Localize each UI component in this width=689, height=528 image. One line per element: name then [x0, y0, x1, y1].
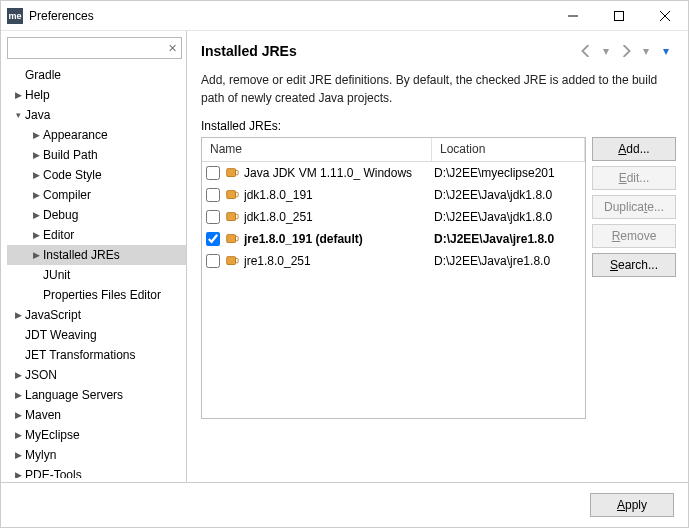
column-name[interactable]: Name	[202, 138, 432, 161]
expand-icon[interactable]: ▶	[29, 250, 43, 260]
apply-button[interactable]: Apply	[590, 493, 674, 517]
tree-item[interactable]: ▶MyEclipse	[7, 425, 186, 445]
expand-icon[interactable]: ▶	[29, 230, 43, 240]
tree-item[interactable]: ▶Appearance	[7, 125, 186, 145]
jre-checkbox[interactable]	[206, 210, 220, 224]
jre-location: D:\J2EE\myeclipse201	[434, 166, 585, 180]
jre-checkbox[interactable]	[206, 166, 220, 180]
tree-item[interactable]: Properties Files Editor	[7, 285, 186, 305]
tree-item-label: Compiler	[43, 188, 186, 202]
svg-rect-13	[236, 258, 239, 262]
tree-item[interactable]: ▶Help	[7, 85, 186, 105]
jre-name: jre1.8.0_251	[244, 254, 434, 268]
jre-location: D:\J2EE\Java\jdk1.8.0	[434, 210, 585, 224]
tree-item[interactable]: JET Transformations	[7, 345, 186, 365]
maximize-button[interactable]	[596, 1, 642, 31]
tree-item[interactable]: ▶JavaScript	[7, 305, 186, 325]
expand-icon[interactable]: ▶	[29, 170, 43, 180]
expand-icon[interactable]: ▶	[11, 310, 25, 320]
tree-item-label: Maven	[25, 408, 186, 422]
tree-item-label: Gradle	[25, 68, 186, 82]
svg-rect-10	[227, 235, 236, 243]
jre-checkbox[interactable]	[206, 188, 220, 202]
edit-button: Edit...	[592, 166, 676, 190]
expand-icon[interactable]: ▶	[29, 150, 43, 160]
tree-item-label: Help	[25, 88, 186, 102]
expand-icon[interactable]: ▶	[29, 130, 43, 140]
tree-item[interactable]: ▶Debug	[7, 205, 186, 225]
nav-back-menu-icon[interactable]: ▾	[596, 41, 616, 61]
tree-item-label: JavaScript	[25, 308, 186, 322]
svg-rect-11	[236, 236, 239, 240]
tree-item[interactable]: ▶Build Path	[7, 145, 186, 165]
table-row[interactable]: Java JDK VM 1.11.0_ WindowsD:\J2EE\myecl…	[202, 162, 585, 184]
content-pane: Installed JREs ▾ ▾ ▾ Add, remove or edit…	[187, 31, 688, 482]
nav-back-button[interactable]	[576, 41, 596, 61]
jre-table: Name Location Java JDK VM 1.11.0_ Window…	[201, 137, 586, 419]
svg-rect-6	[227, 191, 236, 199]
jre-location: D:\J2EE\Java\jre1.8.0	[434, 232, 585, 246]
tree-item[interactable]: ▶Code Style	[7, 165, 186, 185]
expand-icon[interactable]: ▶	[11, 430, 25, 440]
add-button[interactable]: Add...	[592, 137, 676, 161]
tree-item-label: JSON	[25, 368, 186, 382]
window-title: Preferences	[29, 9, 550, 23]
search-button[interactable]: Search...	[592, 253, 676, 277]
tree-item[interactable]: ▶Language Servers	[7, 385, 186, 405]
expand-icon[interactable]: ▶	[11, 390, 25, 400]
dialog-button-bar: Apply	[1, 483, 688, 527]
tree-item-label: JET Transformations	[25, 348, 186, 362]
tree-item[interactable]: ▶PDE-Tools	[7, 465, 186, 478]
jre-location: D:\J2EE\Java\jdk1.8.0	[434, 188, 585, 202]
title-bar: me Preferences	[1, 1, 688, 31]
expand-icon[interactable]: ▶	[29, 190, 43, 200]
expand-icon[interactable]: ▶	[11, 370, 25, 380]
nav-forward-menu-icon[interactable]: ▾	[636, 41, 656, 61]
filter-box: ✕	[7, 37, 182, 59]
tree-item-label: PDE-Tools	[25, 468, 186, 478]
table-row[interactable]: jdk1.8.0_191D:\J2EE\Java\jdk1.8.0	[202, 184, 585, 206]
svg-rect-7	[236, 192, 239, 196]
table-header: Name Location	[202, 138, 585, 162]
clear-filter-icon[interactable]: ✕	[163, 38, 181, 58]
tree-item[interactable]: Gradle	[7, 65, 186, 85]
tree-item-label: Editor	[43, 228, 186, 242]
table-row[interactable]: jre1.8.0_251D:\J2EE\Java\jre1.8.0	[202, 250, 585, 272]
jre-checkbox[interactable]	[206, 254, 220, 268]
tree-item-label: Installed JREs	[43, 248, 186, 262]
table-action-buttons: Add... Edit... Duplicate... Remove Searc…	[592, 137, 676, 419]
tree-item[interactable]: JDT Weaving	[7, 325, 186, 345]
column-location[interactable]: Location	[432, 138, 585, 161]
tree-item[interactable]: ▶Editor	[7, 225, 186, 245]
tree-item[interactable]: ▾Java	[7, 105, 186, 125]
tree-item[interactable]: ▶Maven	[7, 405, 186, 425]
close-button[interactable]	[642, 1, 688, 31]
tree-item[interactable]: ▶Mylyn	[7, 445, 186, 465]
view-menu-icon[interactable]: ▾	[656, 41, 676, 61]
expand-icon[interactable]: ▶	[11, 450, 25, 460]
table-row[interactable]: jdk1.8.0_251D:\J2EE\Java\jdk1.8.0	[202, 206, 585, 228]
tree-item[interactable]: ▶Compiler	[7, 185, 186, 205]
expand-icon[interactable]: ▾	[11, 110, 25, 120]
tree-item-label: Properties Files Editor	[43, 288, 186, 302]
jre-icon	[224, 187, 240, 203]
expand-icon[interactable]: ▶	[11, 90, 25, 100]
filter-input[interactable]	[8, 38, 163, 58]
table-row[interactable]: jre1.8.0_191 (default)D:\J2EE\Java\jre1.…	[202, 228, 585, 250]
app-icon: me	[7, 8, 23, 24]
tree-item[interactable]: JUnit	[7, 265, 186, 285]
svg-rect-5	[236, 170, 239, 174]
jre-name: jdk1.8.0_251	[244, 210, 434, 224]
minimize-button[interactable]	[550, 1, 596, 31]
tree-item-label: Code Style	[43, 168, 186, 182]
nav-forward-button[interactable]	[616, 41, 636, 61]
expand-icon[interactable]: ▶	[29, 210, 43, 220]
jre-checkbox[interactable]	[206, 232, 220, 246]
jre-location: D:\J2EE\Java\jre1.8.0	[434, 254, 585, 268]
tree-item[interactable]: ▶JSON	[7, 365, 186, 385]
expand-icon[interactable]: ▶	[11, 410, 25, 420]
sidebar: ✕ Gradle▶Help▾Java▶Appearance▶Build Path…	[1, 31, 187, 482]
preferences-tree[interactable]: Gradle▶Help▾Java▶Appearance▶Build Path▶C…	[5, 65, 186, 478]
expand-icon[interactable]: ▶	[11, 470, 25, 478]
tree-item[interactable]: ▶Installed JREs	[7, 245, 186, 265]
